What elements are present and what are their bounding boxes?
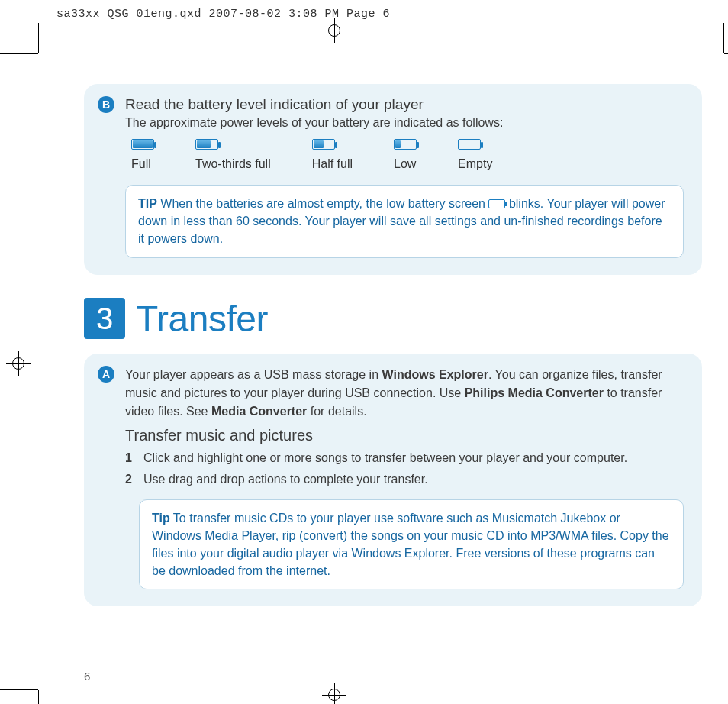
battery-full: Full [131,139,154,171]
register-mark-icon [11,356,26,371]
battery-empty-icon [458,139,481,150]
battery-level-row: Full Two-thirds full Half full Low Empty [131,139,684,171]
battery-low-icon [394,139,417,150]
crop-mark [38,23,39,53]
battery-two-thirds-icon [195,139,218,150]
transfer-intro: Your player appears as a USB mass storag… [125,366,684,421]
battery-half: Half full [312,139,353,171]
panel-b-title: Read the battery level indication of you… [125,96,684,113]
transfer-steps: 1 Click and highlight one or more songs … [125,449,684,489]
panel-transfer: A Your player appears as a USB mass stor… [84,354,702,607]
tip-box-transfer: Tip To transfer music CDs to your player… [139,499,684,590]
page-content: B Read the battery level indication of y… [38,53,725,702]
panel-battery-level: B Read the battery level indication of y… [84,84,702,275]
battery-empty: Empty [458,139,492,171]
panel-b-subtitle: The approximate power levels of your bat… [125,116,684,130]
tip-box-battery: TIP When the batteries are almost empty,… [125,185,684,258]
tip-label: TIP [138,197,157,210]
tip-text: When the batteries are almost empty, the… [157,197,489,210]
battery-two-thirds: Two-thirds full [195,139,271,171]
battery-label: Empty [458,157,492,171]
register-mark-icon [327,23,342,38]
battery-label: Full [131,157,151,171]
crop-mark [0,689,38,690]
battery-low: Low [394,139,417,171]
step-marker-a: A [98,366,114,383]
section-title: Transfer [136,298,268,340]
file-meta-header: sa33xx_QSG_01eng.qxd 2007-08-02 3:08 PM … [0,0,728,21]
section-3-header: 3 Transfer [84,298,702,340]
tip-label: Tip [152,512,170,525]
step-text: Use drag and drop actions to complete yo… [143,470,428,489]
battery-label: Half full [312,157,353,171]
section-number-box: 3 [84,298,125,339]
battery-full-icon [131,139,154,150]
step-number: 2 [125,470,136,489]
battery-empty-inline-icon [488,199,505,208]
battery-half-icon [312,139,335,150]
battery-label: Low [394,157,416,171]
crop-mark [0,53,38,54]
step-text: Click and highlight one or more songs to… [143,449,627,467]
step-marker-b: B [98,96,114,113]
crop-mark [723,23,724,53]
step-number: 1 [125,449,136,467]
tip-text: To transfer music CDs to your player use… [152,512,669,578]
transfer-subheading: Transfer music and pictures [125,427,684,444]
page-number: 6 [84,670,90,683]
battery-label: Two-thirds full [195,157,271,171]
